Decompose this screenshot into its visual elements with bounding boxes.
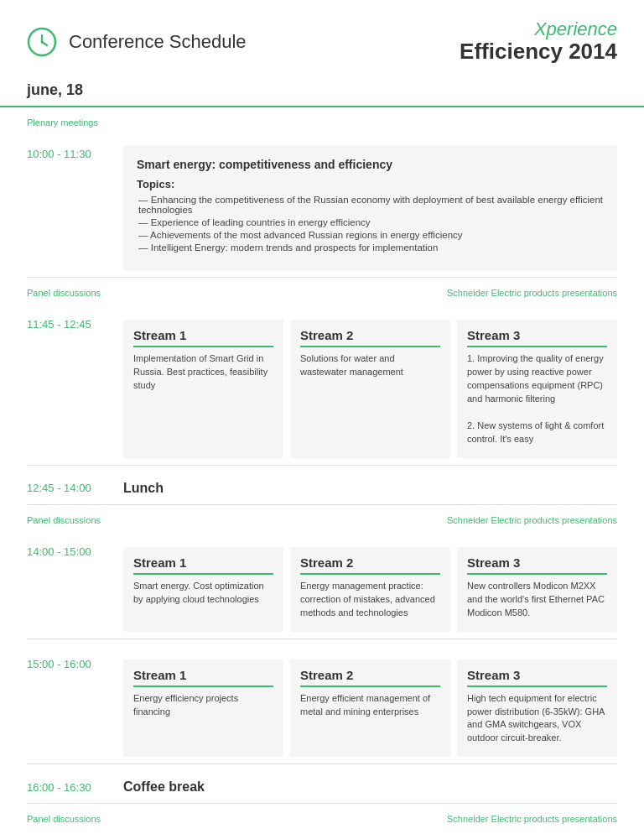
stream-title: Stream 3 bbox=[467, 668, 607, 687]
time-content: Smart energy: competitiveness and effici… bbox=[123, 146, 617, 270]
panel-label-right: Schneider Electric products presentation… bbox=[447, 288, 617, 298]
time-label: 16:00 - 16:30 bbox=[27, 781, 123, 794]
streams-row: Stream 1Implementation of Smart Grid in … bbox=[123, 320, 617, 458]
brand-efficiency: Efficiency 2014 bbox=[460, 39, 617, 65]
clock-icon bbox=[27, 27, 57, 57]
stream-title: Stream 1 bbox=[133, 668, 273, 687]
stream-box-2: Stream 2Energy efficient management of m… bbox=[290, 659, 450, 758]
main-content: Plenary meetings10:00 - 11:30Smart energ… bbox=[0, 117, 644, 834]
time-label: 15:00 - 16:00 bbox=[27, 656, 123, 670]
stream-box-2: Stream 2Solutions for water and wastewat… bbox=[290, 320, 450, 458]
time-label: 10:00 - 11:30 bbox=[27, 146, 123, 160]
stream-title: Stream 3 bbox=[467, 555, 607, 575]
stream-title: Stream 3 bbox=[467, 328, 607, 347]
time-content: Stream 1Implementation of Smart Grid in … bbox=[123, 316, 617, 458]
stream-box-3: Stream 31. Improving the quality of ener… bbox=[457, 320, 617, 458]
brand-xperience: Xperience bbox=[460, 18, 617, 39]
plenary-topic: — Enhancing the competitiveness of the R… bbox=[137, 195, 604, 215]
stream-desc: Energy efficiency projects financing bbox=[133, 692, 273, 719]
section-header-row: Panel discussions Schneider Electric pro… bbox=[27, 814, 617, 824]
plenary-title: Smart energy: competitiveness and effici… bbox=[137, 158, 604, 171]
panel-label-left: Panel discussions bbox=[27, 515, 447, 525]
stream-box-1: Stream 1Smart energy. Cost optimization … bbox=[123, 547, 283, 632]
section-header-row: Plenary meetings bbox=[27, 117, 617, 128]
streams-row: Stream 1Smart energy. Cost optimization … bbox=[123, 547, 617, 632]
simple-title: Coffee break bbox=[123, 779, 205, 795]
time-block: 14:00 - 15:00Stream 1Smart energy. Cost … bbox=[27, 529, 617, 639]
time-block: 10:00 - 11:30Smart energy: competitivene… bbox=[27, 131, 617, 277]
page-header: Conference Schedule Xperience Efficiency… bbox=[0, 0, 644, 78]
section-header-row: Panel discussions Schneider Electric pro… bbox=[27, 515, 617, 525]
stream-box-1: Stream 1Energy efficiency projects finan… bbox=[123, 659, 283, 758]
plenary-box: Smart energy: competitiveness and effici… bbox=[123, 146, 617, 270]
panel-label-left: Panel discussions bbox=[27, 814, 447, 824]
date-bar: june, 18 bbox=[0, 78, 644, 107]
svg-point-3 bbox=[41, 40, 44, 43]
stream-desc: New controllers Modicon M2XX and the wor… bbox=[467, 580, 607, 620]
panel-label-left: Panel discussions bbox=[27, 288, 447, 298]
plenary-topic: — Achievements of the most advanced Russ… bbox=[137, 230, 604, 240]
stream-title: Stream 1 bbox=[133, 328, 273, 347]
stream-box-3: Stream 3High tech equipment for electric… bbox=[457, 659, 617, 758]
stream-box-2: Stream 2Energy management practice: corr… bbox=[290, 547, 450, 632]
stream-desc: Energy management practice: correction o… bbox=[300, 580, 440, 620]
stream-desc: Implementation of Smart Grid in Russia. … bbox=[133, 352, 273, 393]
section-header-row: Panel discussions Schneider Electric pro… bbox=[27, 288, 617, 298]
stream-desc: Energy efficient management of metal and… bbox=[300, 692, 440, 719]
panel-label-right: Schneider Electric products presentation… bbox=[447, 814, 617, 824]
stream-title: Stream 2 bbox=[300, 328, 440, 347]
panel-label-right: Schneider Electric products presentation… bbox=[447, 515, 617, 525]
simple-title: Lunch bbox=[123, 481, 164, 496]
stream-box-3: Stream 3New controllers Modicon M2XX and… bbox=[457, 547, 617, 632]
time-content: Stream 1Smart energy. Cost optimization … bbox=[123, 544, 617, 632]
stream-title: Stream 1 bbox=[133, 555, 273, 575]
plenary-topic: — Experience of leading countries in ene… bbox=[137, 217, 604, 227]
plenary-topic: — Intelligent Energy: modern trends and … bbox=[137, 242, 604, 253]
time-block: 16:30 - 17:30Поток 1Green buildings: req… bbox=[27, 827, 617, 834]
section-label: Plenary meetings bbox=[27, 117, 617, 128]
stream-title: Stream 2 bbox=[300, 668, 440, 687]
page-title: Conference Schedule bbox=[69, 31, 247, 53]
brand: Xperience Efficiency 2014 bbox=[460, 18, 617, 65]
time-label: 12:45 - 14:00 bbox=[27, 482, 123, 494]
stream-desc: Solutions for water and wastewater manag… bbox=[300, 352, 440, 379]
streams-row: Stream 1Energy efficiency projects finan… bbox=[123, 659, 617, 758]
plenary-topics-label: Topics: bbox=[137, 178, 604, 190]
time-block: 11:45 - 12:45Stream 1Implementation of S… bbox=[27, 301, 617, 465]
stream-desc: High tech equipment for electric power d… bbox=[467, 692, 607, 746]
date-label: june, 18 bbox=[27, 81, 83, 98]
simple-block: 16:00 - 16:30Coffee break bbox=[27, 766, 617, 803]
time-label: 11:45 - 12:45 bbox=[27, 316, 123, 331]
time-label: 14:00 - 15:00 bbox=[27, 544, 123, 558]
stream-box-1: Stream 1Implementation of Smart Grid in … bbox=[123, 320, 283, 458]
time-content: Stream 1Energy efficiency projects finan… bbox=[123, 656, 617, 758]
stream-desc: 1. Improving the quality of energy power… bbox=[467, 352, 607, 446]
header-left: Conference Schedule bbox=[27, 27, 247, 57]
stream-desc: Smart energy. Cost optimization by apply… bbox=[133, 580, 273, 607]
simple-block: 12:45 - 14:00Lunch bbox=[27, 467, 617, 504]
time-block: 15:00 - 16:00Stream 1Energy efficiency p… bbox=[27, 641, 617, 764]
stream-title: Stream 2 bbox=[300, 555, 440, 575]
